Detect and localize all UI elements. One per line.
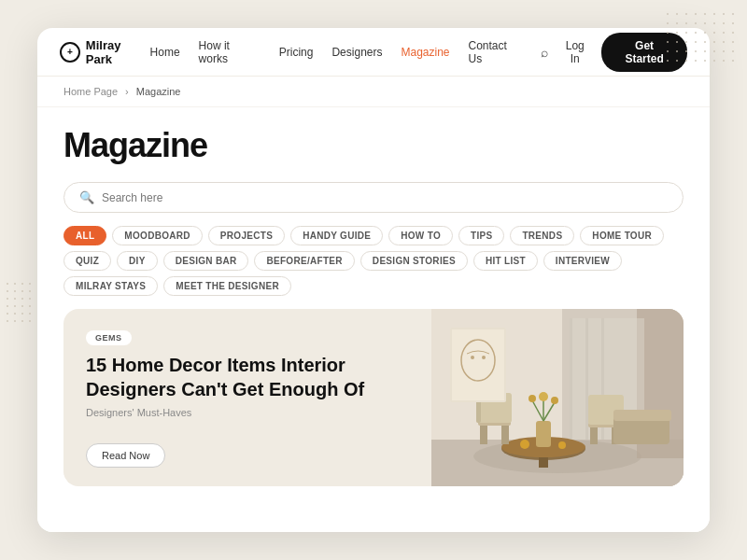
tag-tips[interactable]: TIPS bbox=[458, 226, 504, 245]
nav-home[interactable]: Home bbox=[150, 46, 180, 59]
navbar: + Milray Park Home How it works Pricing … bbox=[37, 28, 710, 77]
tag-how-to[interactable]: HOW TO bbox=[388, 226, 453, 245]
search-icon[interactable]: ⌕ bbox=[541, 45, 548, 60]
featured-article-card: GEMS 15 Home Decor Items Interior Design… bbox=[63, 309, 684, 486]
tag-all[interactable]: ALL bbox=[63, 226, 106, 245]
breadcrumb-magazine: Magazine bbox=[136, 86, 181, 97]
svg-point-18 bbox=[551, 397, 558, 404]
tag-diy[interactable]: DIY bbox=[117, 251, 158, 271]
tag-design-bar[interactable]: DESIGN BAR bbox=[163, 251, 249, 271]
svg-point-34 bbox=[482, 356, 486, 359]
tag-trends[interactable]: TRENDS bbox=[510, 226, 574, 245]
svg-point-17 bbox=[539, 392, 548, 401]
nav-contact[interactable]: Contact Us bbox=[469, 39, 523, 65]
tag-home-tour[interactable]: HOME TOUR bbox=[580, 226, 664, 245]
search-icon-bar: 🔍 bbox=[79, 190, 94, 204]
svg-point-16 bbox=[529, 395, 536, 402]
tag-meet-the-designer[interactable]: MEET THE DESIGNER bbox=[163, 276, 291, 296]
card-badge: GEMS bbox=[86, 330, 132, 345]
page-title: Magazine bbox=[63, 126, 684, 165]
main-content: Magazine 🔍 ALL MOODBOARD PROJECTS HANDY … bbox=[37, 107, 710, 486]
nav-designers[interactable]: Designers bbox=[331, 46, 382, 59]
tag-moodboard[interactable]: MOODBOARD bbox=[112, 226, 202, 245]
nav-pricing[interactable]: Pricing bbox=[279, 46, 314, 59]
tag-before-after[interactable]: BEFORE/AFTER bbox=[254, 251, 354, 271]
tag-design-stories[interactable]: DESIGN STORIES bbox=[360, 251, 468, 271]
card-subtitle: Designers' Must-Haves bbox=[86, 407, 409, 418]
svg-rect-22 bbox=[480, 426, 487, 444]
tag-filters: ALL MOODBOARD PROJECTS HANDY GUIDE HOW T… bbox=[63, 226, 684, 296]
breadcrumb-home[interactable]: Home Page bbox=[63, 86, 118, 97]
logo-icon: + bbox=[60, 42, 80, 63]
svg-point-19 bbox=[520, 440, 529, 449]
tag-handy-guide[interactable]: HANDY GUIDE bbox=[290, 226, 383, 245]
tag-hit-list[interactable]: HIT LIST bbox=[473, 251, 538, 271]
svg-point-20 bbox=[558, 441, 566, 449]
decorative-dots-top bbox=[663, 9, 738, 65]
tag-quiz[interactable]: QUIZ bbox=[63, 251, 111, 271]
card-title: 15 Home Decor Items Interior Designers C… bbox=[86, 353, 409, 401]
nav-how-it-works[interactable]: How it works bbox=[199, 39, 261, 65]
tag-projects[interactable]: PROJECTS bbox=[208, 226, 285, 245]
svg-rect-27 bbox=[590, 427, 598, 444]
card-content: GEMS 15 Home Decor Items Interior Design… bbox=[63, 309, 431, 486]
card-image bbox=[431, 309, 684, 486]
nav-magazine[interactable]: Magazine bbox=[401, 46, 449, 59]
svg-point-33 bbox=[471, 356, 474, 359]
read-now-button[interactable]: Read Now bbox=[86, 443, 165, 468]
tag-milray-stays[interactable]: MILRAY STAYS bbox=[63, 276, 158, 296]
nav-links: Home How it works Pricing Designers Maga… bbox=[150, 39, 523, 65]
search-bar: 🔍 bbox=[63, 182, 684, 213]
search-input[interactable] bbox=[102, 191, 668, 204]
login-button[interactable]: Log In bbox=[559, 39, 590, 65]
logo-name: Milray Park bbox=[86, 38, 150, 66]
svg-rect-36 bbox=[613, 410, 671, 421]
content-area: Home Page › Magazine Magazine 🔍 ALL MOOD… bbox=[37, 77, 710, 532]
logo[interactable]: + Milray Park bbox=[60, 38, 150, 66]
browser-window: + Milray Park Home How it works Pricing … bbox=[37, 28, 710, 532]
tag-interview[interactable]: INTERVIEW bbox=[543, 251, 622, 271]
decorative-dots-left bbox=[4, 280, 32, 327]
svg-rect-12 bbox=[536, 421, 551, 447]
breadcrumb: Home Page › Magazine bbox=[37, 77, 710, 107]
svg-rect-23 bbox=[501, 426, 509, 444]
